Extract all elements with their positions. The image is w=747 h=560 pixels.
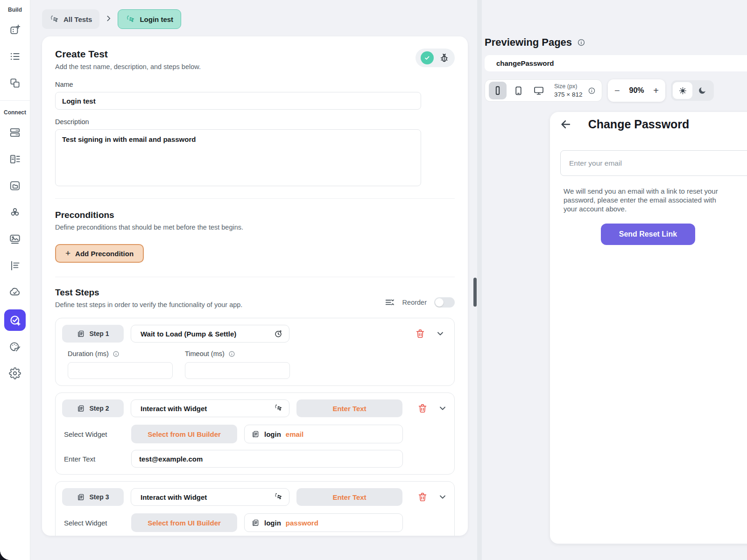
folder-icon: [9, 180, 21, 192]
device-desktop-button[interactable]: [530, 82, 548, 99]
preconditions-title: Preconditions: [55, 210, 455, 220]
preview-panel: Previewing Pages Size (px) 375 × 812 − 9…: [482, 0, 747, 560]
test-run-status-pill: [416, 49, 455, 67]
timeout-input[interactable]: [185, 362, 290, 379]
step-2-select-ui-builder-button[interactable]: Select from UI Builder: [131, 425, 237, 443]
breadcrumb-current-test[interactable]: Login test: [118, 9, 181, 29]
sidebar-divider: [0, 100, 30, 101]
sidebar-item-files[interactable]: [5, 176, 25, 195]
integrations-icon: [9, 206, 21, 218]
add-precondition-button[interactable]: + Add Precondition: [55, 244, 144, 263]
collapse-all-icon: [385, 297, 395, 308]
dark-mode-button[interactable]: [692, 82, 712, 99]
light-mode-button[interactable]: [673, 82, 692, 99]
step-3-mode-label: Enter Text: [332, 493, 366, 501]
document-icon: [77, 329, 85, 338]
collapse-all-button[interactable]: [385, 297, 395, 308]
device-phone-button[interactable]: [489, 82, 507, 99]
test-description-input[interactable]: Test signing in with email and password: [55, 129, 421, 186]
sidebar-item-outline[interactable]: [5, 256, 25, 275]
step-card-3: Step 3 Interact with Widget Enter Text: [55, 481, 455, 536]
app-window: Build Connect: [0, 0, 747, 560]
step-3-select-ui-builder-button[interactable]: Select from UI Builder: [131, 513, 237, 532]
duration-input[interactable]: [68, 362, 173, 379]
size-label: Size (px): [554, 83, 577, 90]
back-button[interactable]: [559, 118, 572, 131]
reorder-label: Reorder: [402, 299, 427, 306]
test-steps-title: Test Steps: [55, 287, 242, 298]
widget-page-name: login: [264, 430, 281, 438]
palette-icon: [9, 341, 21, 353]
step-3-expand-button[interactable]: [438, 492, 447, 502]
moon-icon: [698, 86, 707, 95]
sidebar-item-add-page[interactable]: [5, 21, 25, 39]
create-test-card: Create Test Add the test name, descripti…: [42, 36, 468, 536]
step-1-expand-button[interactable]: [436, 329, 445, 338]
preconditions-subtitle: Define preconditions that should be met …: [55, 224, 455, 231]
step-2-action-select[interactable]: Interact with Widget: [131, 399, 289, 417]
info-icon[interactable]: [113, 350, 120, 357]
document-icon: [77, 404, 85, 413]
step-3-badge: Step 3: [62, 488, 124, 506]
step-3-action-label: Interact with Widget: [141, 493, 207, 501]
trash-icon: [417, 403, 428, 413]
step-3-action-select[interactable]: Interact with Widget: [131, 488, 289, 506]
step-card-2: Step 2 Interact with Widget Enter Text: [55, 392, 455, 475]
step-2-badge: Step 2: [62, 399, 124, 417]
send-reset-link-button[interactable]: Send Reset Link: [601, 224, 695, 245]
step-card-1: Step 1 Wait to Load (Pump & Settle): [55, 318, 455, 386]
add-precondition-label: Add Precondition: [75, 250, 134, 258]
scrollbar-thumb[interactable]: [473, 278, 477, 307]
zoom-in-button[interactable]: +: [653, 85, 659, 96]
step-2-enter-text-input[interactable]: [131, 450, 403, 468]
step-3-mode-button[interactable]: Enter Text: [296, 488, 402, 506]
phone-preview: Change Password We will send you an emai…: [550, 112, 747, 544]
reorder-toggle[interactable]: [434, 297, 455, 308]
sidebar-item-forms[interactable]: [5, 150, 25, 168]
create-test-subtitle: Add the test name, description, and step…: [55, 63, 201, 70]
widget-page-name: login: [264, 519, 281, 527]
device-tablet-button[interactable]: [509, 82, 527, 99]
sidebar-item-list[interactable]: [5, 47, 25, 66]
zoom-out-button[interactable]: −: [614, 85, 620, 96]
trash-icon: [417, 492, 428, 502]
step-1-action-select[interactable]: Wait to Load (Pump & Settle): [131, 325, 289, 343]
sidebar-item-theme[interactable]: [5, 337, 25, 356]
debug-toggle[interactable]: [439, 53, 450, 63]
description-label: Description: [55, 118, 455, 126]
interact-cursor-icon: [274, 492, 283, 502]
add-page-icon: [9, 24, 21, 36]
sidebar-item-deploy[interactable]: [5, 283, 25, 301]
email-field[interactable]: [560, 150, 747, 176]
components-icon: [9, 77, 21, 89]
step-3-widget-box[interactable]: login password: [244, 513, 403, 532]
step-2-mode-button[interactable]: Enter Text: [296, 399, 402, 417]
page-title: Change Password: [573, 118, 704, 131]
info-icon[interactable]: [228, 350, 235, 357]
previewed-page-input[interactable]: [485, 55, 747, 71]
chevron-down-icon: [438, 492, 447, 502]
size-info-button[interactable]: [588, 87, 596, 95]
breadcrumb-all-tests[interactable]: All Tests: [42, 9, 99, 29]
tablet-icon: [513, 85, 524, 96]
step-2-widget-box[interactable]: login email: [244, 425, 403, 443]
sidebar-item-media[interactable]: [5, 230, 25, 248]
step-1-delete-button[interactable]: [415, 329, 425, 339]
step-2-expand-button[interactable]: [438, 404, 447, 413]
size-value: 375 × 812: [554, 91, 582, 98]
info-icon[interactable]: [577, 38, 585, 47]
test-pass-toggle[interactable]: [421, 51, 434, 64]
test-name-input[interactable]: [55, 92, 421, 110]
step-2-action-label: Interact with Widget: [141, 405, 207, 413]
sidebar-item-database[interactable]: [5, 123, 25, 142]
step-3-badge-label: Step 3: [89, 493, 109, 501]
sidebar-item-settings[interactable]: [5, 364, 25, 383]
media-icon: [9, 233, 21, 245]
sidebar-item-tests-active[interactable]: [4, 309, 26, 331]
sidebar-item-integrations[interactable]: [5, 203, 25, 222]
step-2-delete-button[interactable]: [417, 403, 428, 413]
step-3-delete-button[interactable]: [417, 492, 428, 502]
check-icon: [423, 54, 431, 62]
sidebar-item-components[interactable]: [5, 74, 25, 92]
interact-cursor-icon: [274, 404, 283, 413]
